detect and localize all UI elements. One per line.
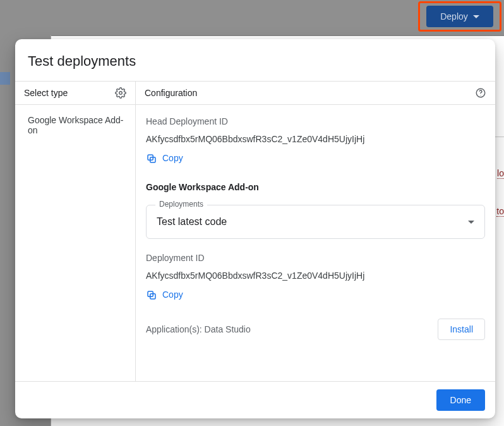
- svg-point-0: [119, 92, 123, 95]
- install-button[interactable]: Install: [438, 319, 485, 340]
- dialog-body: Select type Google Workspace Add-on Conf…: [15, 81, 495, 382]
- type-item-google-workspace-addon[interactable]: Google Workspace Add-on: [15, 105, 135, 143]
- copy-icon: [146, 153, 156, 163]
- configuration-body: Head Deployment ID AKfycsdfbx5rMQ06Bbdxs…: [136, 105, 495, 345]
- applications-row: Application(s): Data Studio Install: [146, 319, 485, 340]
- dialog-footer: Done: [15, 382, 495, 418]
- deployment-id-label: Deployment ID: [146, 253, 485, 263]
- addon-section-title: Google Workspace Add-on: [146, 182, 485, 192]
- select-type-header-label: Select type: [24, 88, 68, 98]
- svg-point-2: [480, 95, 481, 95]
- applications-text: Application(s): Data Studio: [146, 324, 251, 334]
- gear-icon[interactable]: [115, 87, 126, 99]
- deployment-id-value: AKfycsdfbx5rMQ06BbdxswfR3sC2_v1Ze0V4dH5U…: [146, 271, 485, 281]
- chevron-down-icon: [473, 15, 479, 18]
- done-button[interactable]: Done: [436, 389, 485, 411]
- configuration-header: Configuration: [136, 82, 495, 105]
- copy-icon: [146, 289, 156, 300]
- deployments-select-floating-label: Deployments: [155, 200, 207, 209]
- select-type-column: Select type Google Workspace Add-on: [15, 82, 136, 381]
- deployments-select[interactable]: Deployments Test latest code: [146, 205, 485, 239]
- copy-head-deployment-id-button[interactable]: Copy: [146, 153, 183, 163]
- copy-label: Copy: [162, 289, 183, 300]
- dialog-title: Test deployments: [15, 39, 495, 81]
- test-deployments-dialog: Test deployments Select type Google Work…: [15, 39, 495, 418]
- configuration-header-label: Configuration: [145, 88, 197, 98]
- copy-deployment-id-button[interactable]: Copy: [146, 289, 183, 300]
- head-deployment-id-value: AKfycsdfbx5rMQ06BbdxswfR3sC2_v1Ze0V4dH5U…: [146, 134, 485, 144]
- deployments-select-value: Test latest code: [157, 216, 227, 228]
- deploy-button-label: Deploy: [440, 11, 468, 21]
- deploy-button[interactable]: Deploy: [426, 6, 493, 27]
- copy-label: Copy: [162, 153, 183, 163]
- chevron-down-icon: [468, 221, 474, 224]
- configuration-column: Configuration Head Deployment ID AKfycsd…: [136, 82, 495, 381]
- deploy-highlight-box: Deploy: [418, 1, 501, 32]
- topbar: Deploy: [0, 0, 504, 36]
- help-icon[interactable]: [475, 87, 486, 99]
- head-deployment-id-label: Head Deployment ID: [146, 116, 485, 126]
- select-type-header: Select type: [15, 82, 135, 105]
